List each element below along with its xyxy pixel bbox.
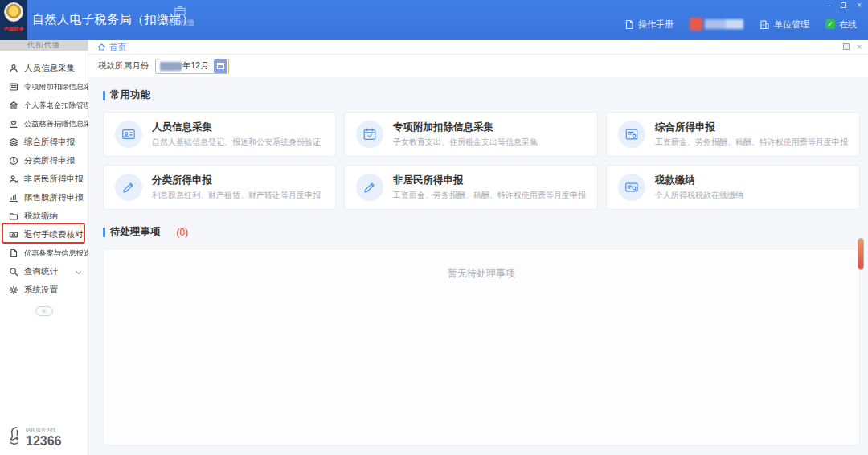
window-controls: – ×	[826, 1, 862, 10]
sidebar-group-title: 代扣代缴	[0, 40, 88, 51]
sidebar-collapse-button[interactable]: «	[35, 306, 53, 316]
sidebar-item-restricted-shares[interactable]: 限售股所得申报	[0, 188, 88, 207]
national-emblem-icon	[4, 2, 23, 22]
sidebar-item-special-deduction[interactable]: 专项附加扣除信息采集	[0, 77, 88, 96]
bank-icon	[9, 100, 18, 110]
calendar-icon	[217, 63, 224, 69]
tab-bar-controls: ×	[843, 43, 862, 51]
pending-items-header: 待处理事项 (0)	[103, 225, 860, 239]
nav-tab-withholding[interactable]: 代扣代缴	[154, 5, 206, 37]
list-card-icon	[9, 82, 18, 92]
chevron-down-icon	[76, 268, 81, 274]
sidebar-item-tax-payment[interactable]: 税款缴纳	[0, 207, 88, 225]
redacted-company-logo	[690, 18, 743, 31]
scrollbar-thumb[interactable]	[858, 238, 864, 270]
tax-month-toolbar: 税款所属月份 年12月	[88, 55, 868, 77]
sidebar-item-nonresident-income[interactable]: 非居民所得申报	[0, 170, 88, 188]
section-accent-bar	[103, 91, 105, 100]
close-button[interactable]: ×	[857, 2, 862, 10]
tab-home[interactable]: 首页	[97, 42, 126, 53]
hotline-block: 纳税服务热线 12366	[6, 425, 62, 448]
close-tab-icon[interactable]: ×	[857, 43, 862, 51]
pending-items-empty-area: 暂无待处理事项	[103, 248, 860, 445]
folder-icon	[9, 211, 18, 221]
logo-text: 中国税务	[3, 26, 23, 33]
redacted-year-value	[160, 62, 182, 71]
restore-tab-icon[interactable]	[843, 43, 850, 51]
edit-pencil-icon	[356, 174, 383, 201]
maximize-button[interactable]	[841, 2, 846, 10]
hotline-number: 12366	[26, 434, 62, 448]
hotline-label: 纳税服务热线	[26, 427, 58, 434]
pending-count-badge: (0)	[177, 227, 189, 238]
sidebar-item-classified-income[interactable]: 分类所得申报	[0, 151, 88, 170]
layers-icon	[9, 137, 18, 147]
app-window: 中国税务 自然人电子税务局（扣缴端） 代扣代缴 – ×	[0, 0, 868, 455]
tax-bureau-logo: 中国税务	[0, 0, 27, 40]
tax-month-label: 税款所属月份	[98, 60, 149, 72]
edit-pencil-icon	[115, 174, 142, 201]
hotline-logo-icon	[6, 425, 23, 448]
briefcase-icon	[174, 5, 186, 16]
gear-icon	[9, 285, 18, 295]
person-alt-icon	[9, 174, 18, 184]
banknote-icon	[9, 230, 18, 240]
sidebar-item-preferential-filing[interactable]: 优惠备案与信息报送	[0, 244, 88, 262]
empty-state-text: 暂无待处理事项	[448, 267, 515, 281]
manual-button[interactable]: 操作手册	[624, 18, 674, 31]
main-content: 首页 × 税款所属月份 年12月 常用功能	[88, 40, 868, 455]
home-panel: 常用功能 人员信息采集 自然人基础信息登记、报送和公安系统身份验证	[88, 77, 868, 455]
check-icon: ✓	[825, 19, 835, 29]
sidebar-item-personnel-info[interactable]: 人员信息采集	[0, 59, 88, 77]
common-functions-header: 常用功能	[103, 88, 860, 102]
home-icon	[97, 43, 106, 51]
sidebar-item-system-settings[interactable]: 系统设置	[0, 281, 88, 299]
common-functions-grid: 人员信息采集 自然人基础信息登记、报送和公安系统身份验证 专项附加扣除信息采集 …	[103, 112, 860, 210]
building-icon	[760, 19, 770, 30]
document-icon	[9, 248, 18, 258]
sidebar: 代扣代缴 人员信息采集 专项附加扣除信息采集 个人养老金扣除管理 公益慈善捐赠信…	[0, 40, 88, 455]
calendar-check-icon	[356, 121, 383, 148]
heart-hand-icon	[9, 119, 18, 129]
card-special-deduction[interactable]: 专项附加扣除信息采集 子女教育支出、住房租金支出等信息采集	[344, 112, 598, 157]
app-header: 中国税务 自然人电子税务局（扣缴端） 代扣代缴 – ×	[0, 0, 868, 40]
document-icon	[624, 19, 634, 30]
card-nonresident-income[interactable]: 非居民所得申报 工资薪金、劳务报酬、稿酬、特许权使用费等月度申报	[344, 165, 598, 210]
card-tax-payment[interactable]: 税款缴纳 个人所得税税款在线缴纳	[606, 165, 860, 210]
calendar-dropdown-button[interactable]	[214, 59, 227, 73]
sidebar-item-pension-deduction[interactable]: 个人养老金扣除管理	[0, 96, 88, 114]
nav-tab-label: 代扣代缴	[166, 18, 194, 28]
content-tab-bar: 首页 ×	[88, 40, 868, 55]
person-icon	[9, 64, 18, 73]
clock-icon	[9, 156, 18, 166]
card-comprehensive-income[interactable]: 综合所得申报 工资薪金、劳务报酬、稿酬、特许权使用费等月度申报	[606, 112, 860, 157]
tax-month-input[interactable]: 年12月	[155, 59, 229, 74]
section-accent-bar	[103, 228, 105, 237]
month-text: 年12月	[182, 60, 214, 72]
card-classified-income[interactable]: 分类所得申报 利息股息红利、财产租赁、财产转让等月度申报	[103, 165, 336, 210]
header-actions: 操作手册 单位管理 ✓ 在线	[624, 18, 857, 31]
sidebar-item-comprehensive-income[interactable]: 综合所得申报	[0, 133, 88, 151]
sidebar-item-refund-fee-check[interactable]: 退付手续费核对	[0, 225, 88, 244]
unit-management-button[interactable]: 单位管理	[760, 18, 809, 31]
minimize-button[interactable]: –	[826, 2, 831, 10]
online-status[interactable]: ✓ 在线	[825, 18, 857, 31]
search-icon	[9, 267, 18, 277]
sidebar-item-query-statistics[interactable]: 查询统计	[0, 262, 88, 281]
sidebar-nav: 人员信息采集 专项附加扣除信息采集 个人养老金扣除管理 公益慈善捐赠信息采集 综…	[0, 51, 88, 299]
chart-icon	[9, 193, 18, 203]
list-settings-icon	[618, 121, 645, 148]
card-search-icon	[618, 174, 645, 201]
id-card-icon	[115, 121, 142, 148]
sidebar-item-charity-donation[interactable]: 公益慈善捐赠信息采集	[0, 114, 88, 133]
card-personnel-info[interactable]: 人员信息采集 自然人基础信息登记、报送和公安系统身份验证	[103, 112, 336, 157]
